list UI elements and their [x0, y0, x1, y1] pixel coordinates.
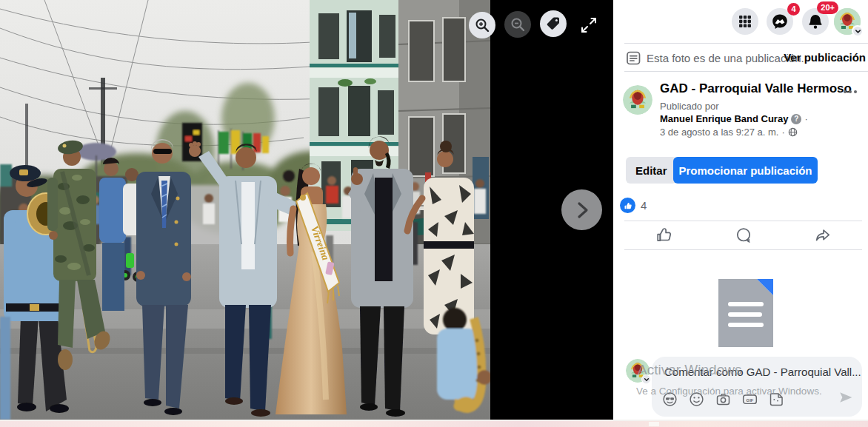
comment-bubble-icon: [735, 226, 752, 244]
avatar-sticker-button[interactable]: [660, 389, 680, 409]
sticker-button[interactable]: [767, 389, 787, 409]
bottom-strip-highlight: [649, 422, 659, 426]
like-count: 4: [641, 199, 647, 212]
divider: [624, 43, 868, 44]
avatar-sticker-icon: [662, 391, 678, 407]
camera-icon: [715, 391, 731, 407]
page-avatar[interactable]: [623, 85, 652, 115]
publisher-name[interactable]: Manuel Enrique Band Curay: [660, 113, 788, 124]
share-button[interactable]: [783, 222, 862, 249]
post-action-bar: [624, 222, 862, 249]
account-menu-button[interactable]: [834, 8, 861, 35]
svg-text:GIF: GIF: [747, 398, 754, 403]
parade-photo: Virreina: [0, 0, 490, 420]
fullscreen-button[interactable]: [579, 16, 598, 36]
next-photo-button[interactable]: [561, 189, 602, 230]
divider: [624, 221, 862, 221]
thumbs-up-icon: [655, 226, 673, 244]
bell-icon: [807, 13, 824, 30]
zoom-in-button[interactable]: [469, 12, 495, 38]
like-reaction-icon: [620, 198, 635, 213]
globe-privacy-icon: [788, 127, 798, 137]
tag-photo-button[interactable]: [540, 10, 567, 37]
separator-dot: ·: [804, 113, 807, 124]
emoji-button[interactable]: [687, 389, 707, 409]
composer-toolbar: GIF: [660, 389, 787, 409]
view-post-link[interactable]: Ver publicación: [784, 51, 866, 64]
expand-arrows-icon: [580, 16, 598, 34]
separator-dot: ·: [781, 127, 784, 138]
divider: [624, 249, 862, 250]
bottom-pink-band: [0, 421, 868, 427]
facebook-top-bar: 4 20+: [613, 0, 868, 43]
photo-viewer-area: Virreina: [0, 0, 613, 421]
emoji-smile-icon: [689, 391, 704, 407]
comment-button[interactable]: [704, 222, 783, 249]
messenger-badge: 4: [787, 3, 800, 16]
send-icon: [838, 390, 853, 405]
comment-placeholder: Comentar como GAD - Parroquial Vall...: [664, 366, 861, 378]
published-by-label: Publicado por: [660, 101, 719, 112]
menu-grid-button[interactable]: [732, 8, 758, 35]
reactions-summary[interactable]: 4: [620, 198, 647, 213]
composer-identity-chevron-icon[interactable]: [641, 374, 651, 384]
divider: [624, 71, 868, 72]
send-comment-button[interactable]: [835, 387, 856, 408]
messenger-icon: [772, 13, 788, 30]
notifications-button[interactable]: 20+: [802, 8, 829, 35]
post-timestamp[interactable]: 3 de agosto a las 9:27 a. m.: [660, 127, 778, 138]
bottom-edge-strip: [0, 420, 868, 427]
post-note-icon: [626, 50, 641, 69]
like-button[interactable]: [624, 222, 704, 249]
magnifier-minus-icon: [510, 16, 526, 33]
gif-button[interactable]: GIF: [740, 389, 760, 409]
photo-from-post-note: Esta foto es de una publicación.: [647, 52, 804, 64]
messenger-button[interactable]: 4: [767, 8, 793, 35]
dot: [849, 90, 852, 93]
attach-photo-button[interactable]: [713, 389, 733, 409]
sticker-icon: [769, 391, 784, 407]
zoom-out-button[interactable]: [504, 11, 531, 38]
gif-icon: GIF: [742, 391, 758, 407]
grid-icon: [738, 14, 752, 29]
post-details-panel: 4 20+: [613, 0, 868, 421]
help-badge-icon[interactable]: ?: [791, 114, 801, 124]
chevron-right-icon: [571, 199, 593, 221]
post-options-button[interactable]: [838, 80, 862, 104]
promote-post-button[interactable]: Promocionar publicación: [673, 157, 818, 184]
timestamp-row: 3 de agosto a las 9:27 a. m. ·: [660, 127, 798, 138]
dot: [844, 90, 847, 93]
share-arrow-icon: [814, 226, 832, 244]
publisher-row: Manuel Enrique Band Curay ? ·: [660, 113, 808, 124]
facebook-photo-viewer: Virreina: [0, 0, 868, 427]
page-name[interactable]: GAD - Parroquial Valle Hermoso: [660, 81, 852, 96]
dot: [854, 90, 857, 93]
tag-icon: [545, 16, 561, 32]
document-placeholder-icon: [718, 279, 773, 347]
magnifier-plus-icon: [474, 17, 490, 33]
chevron-down-icon: [852, 25, 864, 37]
comment-input[interactable]: Comentar como GAD - Parroquial Vall...: [652, 357, 862, 417]
edit-button[interactable]: Editar: [626, 157, 677, 184]
